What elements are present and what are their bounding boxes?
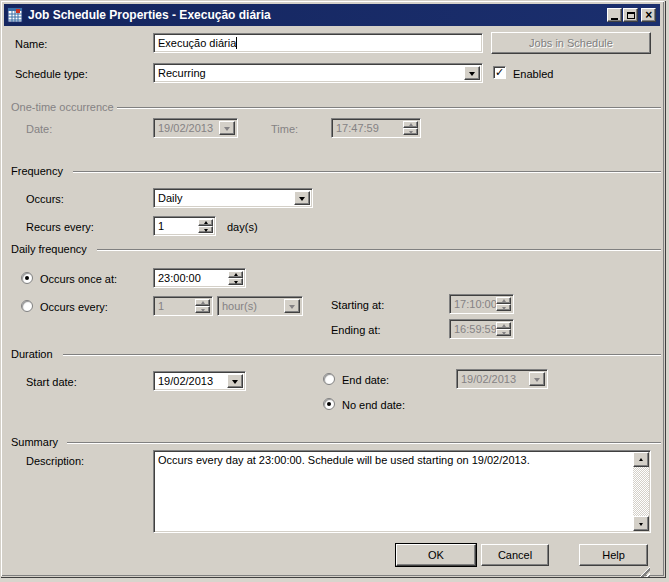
cancel-label: Cancel bbox=[498, 549, 532, 561]
occurs-label: Occurs: bbox=[26, 193, 64, 205]
recurs-down-button[interactable] bbox=[198, 226, 213, 233]
occurs-once-radio[interactable] bbox=[21, 272, 33, 284]
check-icon: ✓ bbox=[495, 67, 504, 77]
end-date-dropdown-button bbox=[529, 372, 545, 386]
one-time-group-label: One-time occurrence bbox=[11, 101, 114, 113]
ending-at-value: 16:59:59 bbox=[454, 322, 497, 336]
jobs-in-schedule-button: Jobs in Schedule bbox=[491, 32, 651, 54]
start-date-select[interactable]: 19/02/2013 bbox=[153, 371, 246, 391]
date-dropdown-button bbox=[219, 121, 235, 135]
schedule-type-value: Recurring bbox=[158, 66, 206, 80]
minimize-icon bbox=[611, 18, 618, 20]
end-date-radio[interactable] bbox=[323, 373, 335, 385]
description-scrollbar[interactable] bbox=[633, 452, 649, 531]
description-value: Occurs every day at 23:00:00. Schedule w… bbox=[158, 453, 630, 467]
group-divider bbox=[67, 442, 661, 443]
scroll-down-button[interactable] bbox=[633, 516, 649, 531]
occurs-select[interactable]: Daily bbox=[153, 188, 313, 208]
help-button[interactable]: Help bbox=[579, 544, 648, 566]
starting-up-button bbox=[496, 297, 511, 304]
daily-frequency-group-label: Daily frequency bbox=[11, 243, 87, 255]
chevron-down-icon bbox=[534, 378, 540, 382]
chevron-down-icon bbox=[201, 309, 205, 312]
chevron-down-icon bbox=[232, 380, 238, 384]
starting-at-value: 17:10:00 bbox=[454, 297, 497, 311]
starting-down-button bbox=[496, 304, 511, 311]
time-down-button bbox=[403, 128, 418, 135]
end-date-label: End date: bbox=[342, 374, 389, 386]
chevron-down-icon bbox=[502, 307, 506, 310]
enabled-checkbox[interactable]: ✓ bbox=[493, 66, 506, 79]
name-input[interactable]: Execução diária bbox=[153, 33, 483, 53]
once-up-button[interactable] bbox=[228, 271, 243, 278]
ok-label: OK bbox=[428, 549, 444, 561]
date-select: 19/02/2013 bbox=[153, 118, 238, 138]
chevron-up-icon bbox=[639, 458, 643, 461]
recurs-unit-label: day(s) bbox=[227, 221, 258, 233]
description-textbox[interactable]: Occurs every day at 23:00:00. Schedule w… bbox=[153, 450, 651, 533]
ending-up-button bbox=[496, 322, 511, 329]
chevron-down-icon bbox=[469, 72, 475, 76]
occurs-value: Daily bbox=[158, 191, 182, 205]
recurs-up-button[interactable] bbox=[198, 219, 213, 226]
every-up-button bbox=[195, 299, 210, 306]
cancel-button[interactable]: Cancel bbox=[481, 544, 549, 566]
group-divider bbox=[117, 107, 661, 108]
group-divider bbox=[73, 171, 661, 172]
ending-down-button bbox=[496, 329, 511, 336]
schedule-calendar-icon bbox=[7, 7, 23, 23]
chevron-up-icon bbox=[502, 299, 506, 302]
ending-at-label: Ending at: bbox=[331, 324, 381, 336]
summary-group-label: Summary bbox=[11, 436, 58, 448]
occurs-every-radio[interactable] bbox=[21, 300, 33, 312]
end-date-select: 19/02/2013 bbox=[456, 369, 548, 389]
chevron-down-icon bbox=[234, 281, 238, 284]
start-date-dropdown-button[interactable] bbox=[227, 374, 243, 388]
titlebar: Job Schedule Properties - Execução diári… bbox=[4, 4, 660, 26]
recurs-every-label: Recurs every: bbox=[26, 221, 94, 233]
every-unit-value: hour(s) bbox=[222, 299, 257, 313]
occurs-once-time-value: 23:00:00 bbox=[158, 271, 201, 285]
occurs-every-value: 1 bbox=[158, 299, 164, 313]
start-date-value: 19/02/2013 bbox=[158, 374, 213, 388]
time-label: Time: bbox=[271, 123, 298, 135]
description-label: Description: bbox=[26, 455, 84, 467]
every-unit-select: hour(s) bbox=[217, 296, 303, 316]
time-up-button bbox=[403, 121, 418, 128]
every-unit-dropdown-button bbox=[284, 299, 300, 313]
ending-at-spinner: 16:59:59 bbox=[449, 319, 514, 339]
chevron-up-icon bbox=[204, 221, 208, 224]
occurs-once-time-spinner[interactable]: 23:00:00 bbox=[153, 268, 246, 288]
duration-group-label: Duration bbox=[11, 348, 53, 360]
end-date-value: 19/02/2013 bbox=[461, 372, 516, 386]
close-button[interactable]: × bbox=[641, 8, 656, 22]
occurs-once-label: Occurs once at: bbox=[40, 273, 117, 285]
time-spinner: 17:47:59 bbox=[331, 118, 421, 138]
scroll-up-button[interactable] bbox=[633, 452, 649, 467]
group-divider bbox=[63, 354, 661, 355]
frequency-group-label: Frequency bbox=[11, 165, 63, 177]
ok-button[interactable]: OK bbox=[396, 544, 476, 566]
chevron-up-icon bbox=[234, 273, 238, 276]
chevron-down-icon bbox=[204, 229, 208, 232]
time-value: 17:47:59 bbox=[336, 121, 379, 135]
recurs-every-value: 1 bbox=[158, 219, 164, 233]
once-down-button[interactable] bbox=[228, 278, 243, 285]
occurs-every-label: Occurs every: bbox=[40, 301, 108, 313]
every-down-button bbox=[195, 306, 210, 313]
date-label: Date: bbox=[26, 123, 52, 135]
name-label: Name: bbox=[15, 38, 47, 50]
start-date-label: Start date: bbox=[26, 376, 77, 388]
name-value: Execução diária bbox=[158, 37, 236, 49]
schedule-type-dropdown-button[interactable] bbox=[464, 66, 480, 80]
chevron-up-icon bbox=[502, 324, 506, 327]
chevron-down-icon bbox=[224, 127, 230, 131]
schedule-type-label: Schedule type: bbox=[15, 68, 88, 80]
maximize-button[interactable] bbox=[623, 8, 638, 22]
no-end-date-radio[interactable] bbox=[323, 398, 335, 410]
recurs-every-spinner[interactable]: 1 bbox=[153, 216, 216, 236]
schedule-type-select[interactable]: Recurring bbox=[153, 63, 483, 83]
occurs-dropdown-button[interactable] bbox=[294, 191, 310, 205]
minimize-button[interactable] bbox=[607, 8, 622, 22]
chevron-down-icon bbox=[639, 523, 643, 526]
